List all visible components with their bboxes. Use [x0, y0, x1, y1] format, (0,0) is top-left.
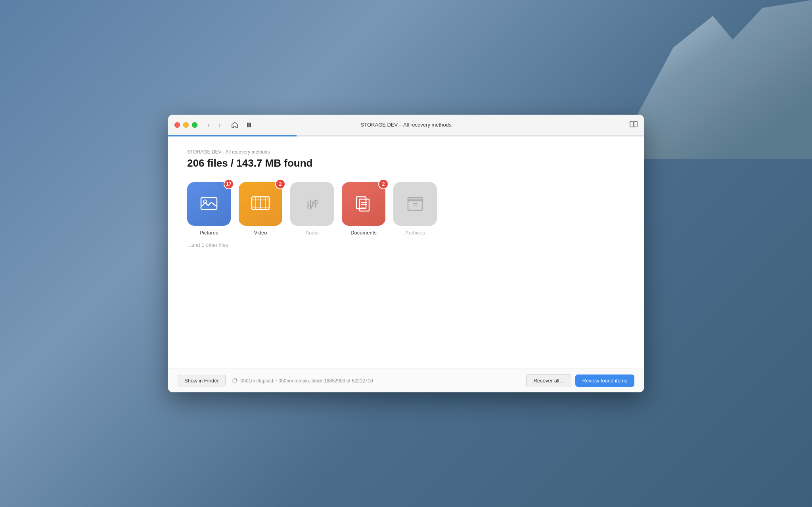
- svg-rect-2: [630, 121, 633, 127]
- archives-icon-wrapper: [393, 182, 437, 226]
- main-content: STORAGE DEV - All recovery methods 206 f…: [168, 136, 644, 369]
- main-window: ‹ › STORAGE DEV – All recovery methods: [168, 115, 644, 392]
- pictures-label: Pictures: [200, 230, 218, 236]
- window-title: STORAGE DEV – All recovery methods: [361, 122, 452, 128]
- category-video[interactable]: 2 Video: [239, 182, 282, 236]
- other-files-text: ...and 1 other files: [187, 242, 625, 248]
- breadcrumb: STORAGE DEV - All recovery methods: [187, 149, 625, 155]
- svg-rect-0: [247, 123, 249, 127]
- svg-rect-4: [201, 198, 217, 209]
- audio-label: Audio: [305, 230, 318, 236]
- video-icon: [239, 182, 282, 226]
- footer: Show in Finder 0h01m elapsed, ~0h05m rem…: [168, 369, 644, 392]
- pause-button[interactable]: [243, 119, 255, 131]
- documents-label: Documents: [350, 230, 377, 236]
- show-in-finder-button[interactable]: Show in Finder: [178, 375, 226, 386]
- video-label: Video: [254, 230, 267, 236]
- pictures-icon-wrapper: 17: [187, 182, 231, 226]
- footer-actions: Recover all... Review found items: [526, 374, 634, 387]
- category-audio[interactable]: Audio: [290, 182, 334, 236]
- audio-icon-wrapper: [290, 182, 334, 226]
- documents-icon: [342, 182, 385, 226]
- page-title: 206 files / 143.7 MB found: [187, 157, 625, 169]
- category-archives[interactable]: Archives: [393, 182, 437, 236]
- recover-all-button[interactable]: Recover all...: [526, 374, 571, 387]
- review-found-items-button[interactable]: Review found items: [575, 374, 634, 387]
- svg-rect-3: [634, 121, 637, 127]
- category-pictures[interactable]: 17 Pictures: [187, 182, 231, 236]
- audio-icon: [290, 182, 334, 226]
- back-button[interactable]: ‹: [204, 120, 213, 130]
- category-grid: 17 Pictures: [187, 182, 625, 236]
- spinner-icon: [232, 378, 237, 384]
- maximize-button[interactable]: [192, 122, 197, 128]
- scan-status: 0h01m elapsed, ~0h05m remain, block 1685…: [232, 378, 520, 384]
- home-button[interactable]: [229, 119, 240, 131]
- svg-point-12: [314, 200, 318, 204]
- video-badge: 2: [275, 179, 285, 189]
- svg-rect-1: [249, 123, 251, 127]
- titlebar: ‹ › STORAGE DEV – All recovery methods: [168, 115, 644, 135]
- traffic-lights: [174, 122, 197, 128]
- pictures-badge: 17: [224, 179, 234, 189]
- video-icon-wrapper: 2: [239, 182, 282, 226]
- documents-icon-wrapper: 2: [342, 182, 385, 226]
- pictures-icon: [187, 182, 231, 226]
- archives-icon: [393, 182, 437, 226]
- close-button[interactable]: [174, 122, 180, 128]
- forward-button[interactable]: ›: [215, 120, 224, 130]
- category-documents[interactable]: 2 Documents: [342, 182, 385, 236]
- svg-point-13: [308, 205, 312, 209]
- titlebar-right: [630, 121, 638, 129]
- archives-label: Archives: [405, 230, 425, 236]
- documents-badge: 2: [378, 179, 389, 189]
- minimize-button[interactable]: [183, 122, 189, 128]
- nav-buttons: ‹ ›: [204, 119, 255, 131]
- reader-icon[interactable]: [630, 121, 638, 129]
